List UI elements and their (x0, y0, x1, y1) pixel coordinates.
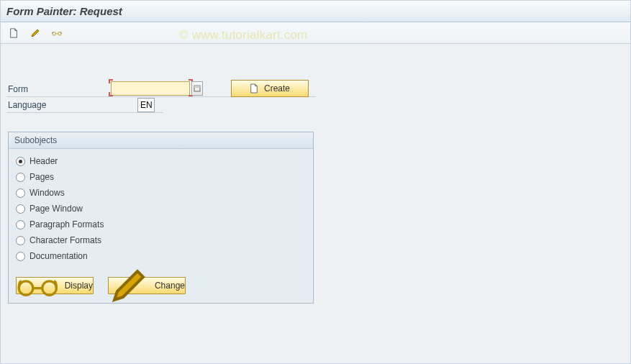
radio-documentation[interactable]: Documentation (16, 248, 306, 264)
radio-character-formats[interactable]: Character Formats (16, 232, 306, 248)
svg-point-5 (42, 281, 57, 295)
language-row: Language (6, 97, 163, 113)
svg-point-4 (19, 281, 33, 295)
radio-icon (16, 236, 25, 245)
subobjects-radios: Header Pages Windows Page Window Paragra… (9, 149, 313, 270)
form-label: Form (6, 84, 111, 94)
titlebar: Form Painter: Request (1, 1, 630, 22)
form-input-wrap (111, 81, 203, 97)
create-button-label: Create (264, 83, 290, 94)
radio-icon (16, 188, 25, 198)
groupbox-buttons: Display Change (9, 270, 313, 294)
value-help-icon (194, 85, 201, 92)
toolbar (1, 22, 630, 44)
display-button-label: Display (65, 281, 93, 291)
svg-point-1 (58, 32, 62, 35)
toolbar-create-button[interactable] (6, 26, 21, 40)
radio-icon (16, 252, 25, 261)
radio-label: Windows (29, 188, 65, 198)
radio-label: Page Window (29, 204, 83, 214)
radio-page-window[interactable]: Page Window (16, 201, 306, 217)
radio-label: Header (29, 156, 58, 166)
radio-icon (16, 204, 25, 214)
required-corner-icon (109, 79, 113, 83)
language-input[interactable] (137, 98, 155, 112)
page-icon (9, 28, 19, 38)
app-window: Form Painter: Request © www.tutorialkart… (0, 0, 631, 364)
radio-paragraph-formats[interactable]: Paragraph Formats (16, 217, 306, 232)
radio-header[interactable]: Header (16, 153, 306, 169)
svg-rect-3 (194, 86, 200, 88)
radio-windows[interactable]: Windows (16, 185, 306, 201)
change-button[interactable]: Change (108, 277, 186, 294)
radio-pages[interactable]: Pages (16, 169, 306, 185)
page-icon (250, 83, 258, 94)
radio-label: Documentation (29, 251, 88, 261)
radio-icon (16, 220, 25, 229)
glasses-icon (17, 274, 59, 298)
radio-label: Paragraph Formats (29, 219, 104, 229)
create-button[interactable]: Create (231, 80, 309, 97)
radio-label: Character Formats (29, 235, 101, 245)
subobjects-group: Subobjects Header Pages Windows Page Win… (8, 132, 314, 304)
display-button[interactable]: Display (16, 277, 94, 294)
toolbar-change-button[interactable] (28, 26, 42, 40)
language-label: Language (6, 100, 137, 110)
svg-point-0 (53, 32, 56, 35)
watermark-text: © www.tutorialkart.com (179, 28, 307, 42)
change-button-label: Change (155, 281, 185, 291)
radio-label: Pages (29, 172, 54, 182)
form-input[interactable] (111, 81, 190, 96)
form-value-help-button[interactable] (191, 81, 203, 96)
toolbar-display-button[interactable] (50, 26, 64, 40)
radio-icon (16, 157, 25, 166)
radio-icon (16, 173, 25, 182)
required-corner-icon (109, 92, 113, 96)
pencil-icon (30, 28, 40, 38)
subobjects-title: Subobjects (9, 132, 313, 149)
pencil-icon (109, 265, 149, 306)
glasses-icon (52, 28, 62, 38)
page-title: Form Painter: Request (6, 5, 122, 17)
